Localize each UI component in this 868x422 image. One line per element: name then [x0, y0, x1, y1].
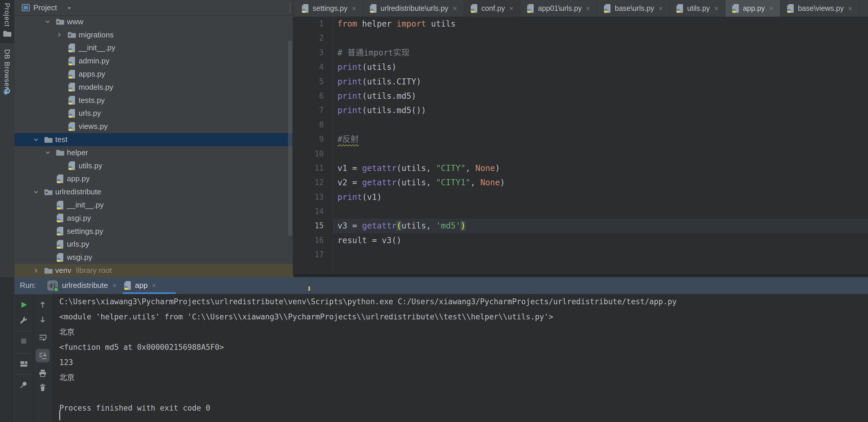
code-editor[interactable]: 1234567891011121314151617 from helper im… — [293, 17, 868, 274]
console-toolbar — [33, 294, 52, 422]
scroll-to-end-button[interactable] — [36, 349, 50, 362]
run-left-strip — [0, 277, 14, 422]
python-file-icon — [56, 227, 67, 236]
text-caret — [59, 410, 60, 420]
package-folder-icon — [67, 31, 79, 38]
tool-button-project[interactable]: Project — [0, 0, 14, 43]
tree-item[interactable]: app.py — [14, 173, 293, 186]
run-bar-divider — [310, 277, 310, 294]
chevron-down-icon[interactable] — [44, 149, 56, 156]
code-line — [333, 31, 868, 45]
editor-tab-label: app.py — [743, 4, 765, 12]
close-icon[interactable] — [112, 282, 118, 289]
print-button[interactable] — [38, 369, 47, 378]
project-panel-title[interactable]: Project — [33, 3, 57, 12]
toolbar-divider — [17, 374, 30, 375]
line-number: 11 — [293, 161, 333, 175]
project-panel-toolbar — [290, 0, 290, 15]
close-icon[interactable] — [768, 5, 774, 11]
tree-item-label: tests.py — [79, 96, 105, 105]
tree-item[interactable]: www — [14, 15, 293, 28]
tree-item[interactable]: asgi.py — [14, 212, 293, 225]
tree-item[interactable]: migrations — [14, 28, 293, 41]
folder-icon — [56, 149, 67, 156]
tree-item[interactable]: views.py — [14, 120, 293, 133]
python-file-icon — [67, 122, 79, 131]
close-icon[interactable] — [452, 5, 458, 11]
restore-layout-button[interactable] — [19, 359, 28, 368]
line-number: 14 — [293, 204, 333, 219]
rerun-button[interactable] — [19, 300, 28, 309]
editor-tab[interactable]: settings.py — [295, 0, 363, 17]
tree-item[interactable]: wsgi.py — [14, 251, 293, 264]
arrow-down-button[interactable] — [38, 315, 47, 324]
close-icon[interactable] — [713, 5, 719, 11]
soft-wrap-button[interactable] — [38, 333, 47, 342]
python-file-icon — [67, 109, 79, 118]
tree-item[interactable]: urls.py — [14, 238, 293, 251]
clear-console-button[interactable] — [38, 384, 47, 392]
close-icon[interactable] — [658, 5, 663, 11]
python-file-icon — [67, 56, 79, 66]
chevron-right-icon[interactable] — [56, 31, 67, 38]
editor-tab[interactable]: app.py — [725, 0, 780, 17]
console-line: <function md5 at 0x000002156988A5F0> — [59, 339, 868, 355]
arrow-up-button[interactable] — [38, 300, 47, 309]
toolbar-divider — [17, 331, 30, 331]
chevron-down-icon[interactable] — [32, 188, 44, 195]
console-line: 北京 — [59, 370, 868, 385]
tree-item[interactable]: __init__.py — [14, 41, 293, 55]
code-line: print(utils.CITY) — [333, 74, 868, 89]
chevron-down-icon[interactable] — [32, 136, 44, 143]
close-icon[interactable] — [847, 5, 853, 11]
editor-tab[interactable]: conf.py — [464, 0, 521, 17]
tree-item[interactable]: test — [14, 133, 293, 146]
editor-tab-label: utils.py — [687, 4, 710, 12]
scrollbar-thumb[interactable] — [288, 40, 292, 236]
line-number: 16 — [293, 233, 333, 247]
tree-item[interactable]: settings.py — [14, 225, 293, 238]
run-tab[interactable]: app — [123, 277, 157, 294]
chevron-right-icon[interactable] — [32, 267, 44, 274]
tree-item[interactable]: urls.py — [14, 107, 293, 120]
tree-item[interactable]: models.py — [14, 81, 293, 94]
tree-item[interactable]: venvlibrary root — [14, 264, 293, 277]
tree-item[interactable]: admin.py — [14, 54, 293, 67]
toolbar-divider — [17, 353, 30, 354]
python-file-icon — [67, 69, 79, 79]
folder-icon — [3, 30, 12, 37]
tree-item[interactable]: tests.py — [14, 94, 293, 107]
tree-item[interactable]: urlredistribute — [14, 185, 293, 199]
folder-icon — [44, 267, 56, 274]
pin-button[interactable] — [19, 381, 28, 389]
close-icon[interactable] — [585, 5, 591, 11]
editor-tab[interactable]: base\urls.py — [597, 0, 670, 17]
close-icon[interactable] — [351, 5, 357, 11]
stop-button[interactable] — [20, 337, 28, 345]
python-file-icon — [786, 4, 795, 13]
editor-tab-label: base\urls.py — [615, 4, 654, 12]
tree-item[interactable]: apps.py — [14, 67, 293, 81]
close-icon[interactable] — [508, 5, 514, 11]
editor-tab[interactable]: base\views.py — [780, 0, 859, 17]
tree-item[interactable]: helper — [14, 146, 293, 159]
chevron-down-icon[interactable] — [44, 18, 56, 25]
editor-tab[interactable]: urlredistribute\urls.py — [363, 0, 464, 17]
python-file-icon — [369, 4, 377, 13]
editor-tab[interactable]: app01\urls.py — [520, 0, 597, 17]
tree-item-label: wsgi.py — [67, 253, 92, 262]
tree-item-label: urls.py — [79, 109, 101, 118]
editor-tab[interactable]: utils.py — [670, 0, 725, 17]
tree-item[interactable]: utils.py — [14, 159, 293, 173]
line-number: 17 — [293, 247, 333, 262]
chevron-down-icon[interactable] — [67, 5, 72, 11]
tree-item[interactable]: __init__.py — [14, 199, 293, 212]
edit-configuration-button[interactable] — [19, 315, 28, 324]
console-output[interactable]: C:\Users\xiawang3\PycharmProjects\urlred… — [52, 294, 868, 422]
run-tab-bar: Run: djurlredistributeapp — [14, 277, 868, 295]
console-line: Process finished with exit code 0 — [59, 400, 868, 416]
run-tab[interactable]: djurlredistribute — [47, 277, 118, 294]
tree-item-label: venv — [55, 266, 71, 275]
tool-button-db-browser[interactable]: DB Browser — [0, 46, 14, 99]
close-icon[interactable] — [151, 282, 157, 289]
